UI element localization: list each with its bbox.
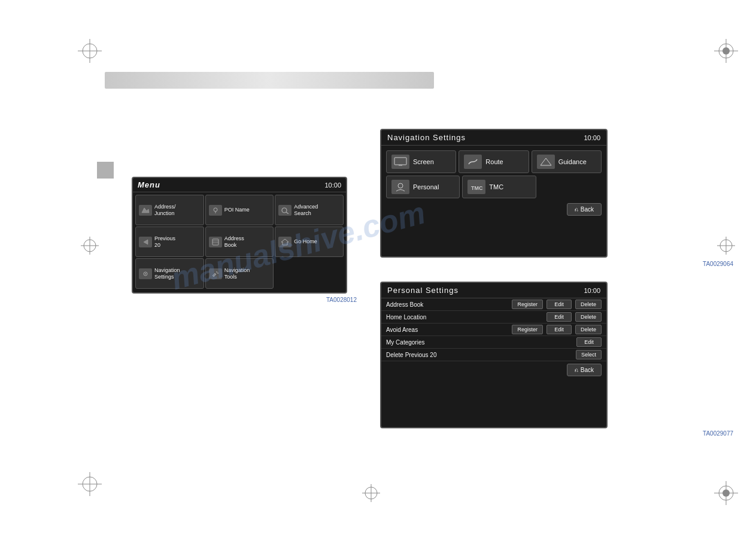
row-label: Home Location bbox=[386, 314, 543, 321]
search-icon bbox=[278, 205, 292, 216]
nav-btn-label: Route bbox=[485, 158, 503, 165]
nav-btn-screen[interactable]: Screen bbox=[386, 150, 456, 173]
settings-icon bbox=[139, 268, 152, 279]
delete-previous-select-btn[interactable]: Select bbox=[576, 350, 602, 359]
row-label: Delete Previous 20 bbox=[386, 352, 572, 358]
back-arrow-icon: ⎌ bbox=[575, 206, 578, 213]
menu-header: Menu 10:00 bbox=[133, 178, 346, 192]
svg-point-23 bbox=[214, 208, 217, 211]
personal-settings-time: 10:00 bbox=[584, 287, 600, 294]
tmc-icon: TMC bbox=[467, 180, 485, 194]
personal-row-avoid-areas: Avoid Areas Register Edit Delete bbox=[381, 324, 606, 336]
home-location-edit-btn[interactable]: Edit bbox=[546, 312, 572, 322]
personal-settings-code: TA0029077 bbox=[703, 430, 733, 437]
nav-back-label: Back bbox=[581, 206, 594, 213]
guidance-icon bbox=[537, 155, 555, 169]
nav-btn-label: TMC bbox=[489, 183, 503, 191]
reg-mark-mid-right bbox=[714, 234, 738, 258]
screen-icon bbox=[391, 155, 409, 169]
nav-settings-code: TA0029064 bbox=[703, 261, 733, 267]
svg-point-25 bbox=[282, 208, 287, 213]
menu-item-go-home[interactable]: Go Home bbox=[275, 226, 344, 257]
personal-icon bbox=[391, 180, 409, 194]
nav-settings-time: 10:00 bbox=[584, 134, 600, 141]
nav-back-row: ⎌ Back bbox=[381, 203, 606, 220]
menu-item-previous-20[interactable]: Previous20 bbox=[135, 226, 204, 257]
menu-item-navigation-tools[interactable]: NavigationTools bbox=[205, 258, 274, 289]
menu-item-label: AddressBook bbox=[224, 235, 244, 249]
menu-item-advanced-search[interactable]: AdvancedSearch bbox=[275, 195, 344, 225]
svg-line-26 bbox=[286, 212, 289, 214]
menu-grid: Address/Junction POI Name AdvancedSearch… bbox=[133, 192, 346, 291]
home-location-delete-btn[interactable]: Delete bbox=[575, 312, 602, 322]
svg-rect-27 bbox=[212, 239, 218, 245]
personal-row-address-book: Address Book Register Edit Delete bbox=[381, 298, 606, 311]
sidebar-indicator bbox=[97, 162, 114, 179]
nav-btn-label: Guidance bbox=[558, 158, 587, 165]
row-label: Address Book bbox=[386, 301, 508, 308]
svg-marker-33 bbox=[541, 158, 551, 165]
back-arrow-icon: ⎌ bbox=[575, 367, 578, 373]
personal-row-delete-previous: Delete Previous 20 Select bbox=[381, 349, 606, 361]
avoid-areas-delete-btn[interactable]: Delete bbox=[575, 325, 602, 334]
nav-settings-header: Navigation Settings 10:00 bbox=[381, 130, 606, 146]
nav-btn-label: Screen bbox=[413, 158, 434, 165]
nav-btn-guidance[interactable]: Guidance bbox=[532, 150, 602, 173]
address-book-register-btn[interactable]: Register bbox=[512, 300, 543, 309]
nav-settings-screen: Navigation Settings 10:00 Screen Route G… bbox=[380, 129, 608, 258]
nav-btn-route[interactable]: Route bbox=[459, 150, 529, 173]
menu-title: Menu bbox=[138, 180, 160, 189]
personal-back-label: Back bbox=[581, 367, 594, 373]
poi-icon bbox=[209, 205, 222, 216]
svg-point-34 bbox=[398, 183, 403, 188]
personal-settings-screen: Personal Settings 10:00 Address Book Reg… bbox=[380, 282, 608, 428]
my-categories-edit-btn[interactable]: Edit bbox=[576, 337, 602, 347]
svg-rect-32 bbox=[394, 158, 406, 165]
menu-screen-code: TA0028012 bbox=[326, 297, 357, 303]
menu-item-label: Go Home bbox=[294, 238, 317, 245]
personal-row-my-categories: My Categories Edit bbox=[381, 336, 606, 349]
avoid-areas-edit-btn[interactable]: Edit bbox=[546, 325, 572, 334]
row-label: Avoid Areas bbox=[386, 327, 508, 333]
header-bar bbox=[105, 72, 434, 89]
reg-mark-mid-left bbox=[78, 234, 102, 258]
book-icon bbox=[209, 237, 222, 247]
nav-btn-label: Personal bbox=[413, 183, 439, 191]
nav-btn-tmc[interactable]: TMC TMC bbox=[462, 176, 536, 198]
row-label: My Categories bbox=[386, 339, 573, 346]
menu-item-label: Previous20 bbox=[154, 235, 175, 249]
address-book-edit-btn[interactable]: Edit bbox=[546, 300, 572, 309]
prev-icon bbox=[139, 237, 152, 247]
reg-mark-bottom-mid bbox=[359, 481, 383, 505]
reg-mark-bottom-left bbox=[78, 472, 102, 496]
personal-back-row: ⎌ Back bbox=[381, 361, 606, 379]
avoid-areas-register-btn[interactable]: Register bbox=[512, 325, 543, 334]
menu-time: 10:00 bbox=[324, 182, 341, 189]
svg-point-31 bbox=[145, 273, 146, 274]
personal-settings-title: Personal Settings bbox=[387, 286, 459, 295]
menu-item-label: AdvancedSearch bbox=[294, 204, 318, 217]
home-icon bbox=[278, 237, 292, 247]
menu-item-label: POI Name bbox=[224, 207, 250, 213]
reg-mark-bottom-right bbox=[714, 481, 738, 505]
menu-item-label: Address/Junction bbox=[154, 204, 176, 217]
personal-back-button[interactable]: ⎌ Back bbox=[567, 364, 602, 376]
nav-btn-personal[interactable]: Personal bbox=[386, 176, 460, 198]
reg-mark-top-left bbox=[78, 39, 102, 63]
address-book-delete-btn[interactable]: Delete bbox=[575, 300, 602, 309]
menu-item-address-book[interactable]: AddressBook bbox=[205, 226, 274, 257]
tools-icon bbox=[209, 268, 222, 279]
svg-text:TMC: TMC bbox=[471, 185, 483, 191]
menu-item-label: NavigationTools bbox=[224, 267, 250, 280]
menu-item-navigation-settings[interactable]: NavigationSettings bbox=[135, 258, 204, 289]
nav-settings-title: Navigation Settings bbox=[387, 133, 466, 142]
route-icon bbox=[464, 155, 482, 169]
personal-settings-header: Personal Settings 10:00 bbox=[381, 283, 606, 298]
menu-item-address-junction[interactable]: Address/Junction bbox=[135, 195, 204, 225]
menu-screen: Menu 10:00 Address/Junction POI Name Adv… bbox=[132, 177, 347, 294]
personal-row-home-location: Home Location Edit Delete bbox=[381, 311, 606, 324]
menu-item-poi-name[interactable]: POI Name bbox=[205, 195, 274, 225]
map-icon bbox=[139, 205, 152, 216]
nav-back-button[interactable]: ⎌ Back bbox=[567, 203, 602, 216]
reg-mark-top-right bbox=[714, 39, 738, 63]
